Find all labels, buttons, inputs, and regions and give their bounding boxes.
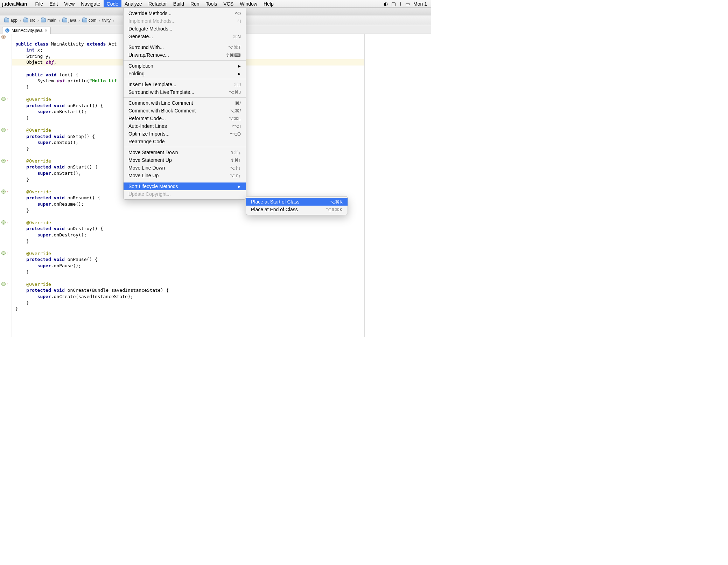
shortcut-label: ⌥⌘K (330, 199, 343, 205)
submenu-arrow-icon: ▶ (238, 64, 241, 68)
clock: Mon 1 (413, 1, 427, 7)
menu-item-reformat-code[interactable]: Reformat Code...⌥⌘L (124, 115, 246, 122)
java-class-icon: C (5, 28, 9, 33)
gutter-marker-icon: I (1, 35, 6, 39)
menu-item-surround-with[interactable]: Surround With...⌥⌘T (124, 43, 246, 51)
code-menu-dropdown: Override Methods...^OImplement Methods..… (123, 8, 246, 200)
shortcut-label: ⌥⇧↓ (230, 165, 241, 171)
menu-item-comment-with-block-comment[interactable]: Comment with Block Comment⌥⌘/ (124, 107, 246, 115)
breadcrumb-src[interactable]: src (22, 15, 37, 25)
shortcut-label: ⇧⌘↓ (230, 150, 241, 155)
shortcut-label: ^I (237, 19, 241, 24)
breadcrumb-app[interactable]: app (3, 15, 19, 25)
menu-view[interactable]: View (61, 0, 78, 7)
menu-help[interactable]: Help (260, 0, 277, 7)
menu-navigate[interactable]: Navigate (78, 0, 103, 7)
chevron-icon: › (58, 18, 61, 23)
move-up-icon: ↑ (6, 220, 8, 225)
chevron-icon: › (98, 18, 101, 23)
folder-icon (41, 18, 46, 22)
move-up-icon: ↑ (6, 128, 8, 132)
menu-item-unwrap-remove[interactable]: Unwrap/Remove...⇧⌘⌨ (124, 51, 246, 59)
breadcrumb-java[interactable]: java (61, 15, 78, 25)
chevron-icon: › (19, 18, 22, 23)
override-marker-icon[interactable]: o (1, 128, 6, 132)
menu-vcs[interactable]: VCS (220, 0, 237, 7)
chevron-icon: › (78, 18, 81, 23)
move-up-icon: ↑ (6, 97, 8, 101)
menu-item-auto-indent-lines[interactable]: Auto-Indent Lines^⌥I (124, 122, 246, 130)
menu-item-sort-lifecycle-methods[interactable]: Sort Lifecycle Methods▶ (124, 182, 246, 190)
shortcut-label: ⌘N (233, 34, 241, 39)
override-marker-icon[interactable]: o (1, 282, 6, 286)
shortcut-label: ⌥⌘T (228, 45, 241, 50)
menu-edit[interactable]: Edit (46, 0, 61, 7)
breadcrumb-com[interactable]: com (81, 15, 98, 25)
override-marker-icon[interactable]: o (1, 97, 6, 101)
tab-label: MainActivity.java (12, 28, 42, 33)
menu-item-surround-with-live-template[interactable]: Surround with Live Template...⌥⌘J (124, 88, 246, 96)
menu-separator (124, 97, 246, 98)
menu-refactor[interactable]: Refactor (145, 0, 170, 7)
menu-item-move-line-down[interactable]: Move Line Down⌥⇧↓ (124, 164, 246, 172)
menu-separator (124, 79, 246, 79)
menu-analyze[interactable]: Analyze (121, 0, 145, 7)
folder-icon (4, 18, 9, 22)
wifi-icon: ⌇ (399, 1, 402, 7)
menu-item-update-copyright: Update Copyright... (124, 190, 246, 198)
gutter: I o ↑ o ↑ o ↑ o ↑ o ↑ o ↑ o ↑ (0, 34, 12, 337)
close-icon[interactable]: ✕ (44, 28, 48, 33)
app-name: j.idea.Main (2, 1, 27, 7)
submenu-arrow-icon: ▶ (238, 72, 241, 76)
override-marker-icon[interactable]: o (1, 159, 6, 163)
menu-item-comment-with-line-comment[interactable]: Comment with Line Comment⌘/ (124, 99, 246, 107)
shortcut-label: ⌥⇧↑ (230, 173, 241, 178)
shortcut-label: ⌥⌘J (229, 90, 241, 95)
shortcut-label: ^⌥O (230, 131, 241, 137)
shortcut-label: ⌘/ (235, 101, 241, 106)
menu-item-folding[interactable]: Folding▶ (124, 70, 246, 77)
shortcut-label: ⌘J (234, 82, 241, 87)
shortcut-label: ^⌥I (232, 124, 241, 129)
menu-item-rearrange-code[interactable]: Rearrange Code (124, 138, 246, 145)
menu-file[interactable]: File (32, 0, 47, 7)
menu-build[interactable]: Build (170, 0, 187, 7)
move-up-icon: ↑ (6, 251, 8, 255)
status-tray: ◐ ▢ ⌇ ▭ Mon 1 (384, 1, 429, 7)
menu-tools[interactable]: Tools (203, 0, 220, 7)
airplay-icon: ▢ (391, 1, 396, 7)
folder-icon (23, 18, 28, 22)
move-up-icon: ↑ (6, 190, 8, 194)
menu-code[interactable]: Code (104, 0, 121, 7)
folder-icon (62, 18, 67, 22)
shortcut-label: ^O (235, 11, 241, 16)
menu-separator (124, 181, 246, 181)
submenu-item-place-at-start-of-class[interactable]: Place at Start of Class⌥⌘K (246, 198, 348, 206)
chevron-icon: › (37, 18, 40, 23)
editor-tab[interactable]: C MainActivity.java ✕ (2, 27, 51, 34)
menu-window[interactable]: Window (237, 0, 260, 7)
menu-item-override-methods[interactable]: Override Methods...^O (124, 9, 246, 17)
override-marker-icon[interactable]: o (1, 220, 6, 225)
menu-run[interactable]: Run (187, 0, 203, 7)
menu-item-generate[interactable]: Generate...⌘N (124, 33, 246, 40)
override-marker-icon[interactable]: o (1, 190, 6, 194)
menu-item-delegate-methods[interactable]: Delegate Methods... (124, 25, 246, 33)
menu-item-completion[interactable]: Completion▶ (124, 62, 246, 70)
battery-icon: ▭ (405, 1, 410, 7)
menu-item-insert-live-template[interactable]: Insert Live Template...⌘J (124, 81, 246, 88)
menu-item-move-statement-up[interactable]: Move Statement Up⇧⌘↑ (124, 156, 246, 164)
submenu-item-place-at-end-of-class[interactable]: Place at End of Class⌥⇧⌘K (246, 206, 348, 213)
menu-separator (124, 147, 246, 147)
breadcrumb-tail[interactable]: tivity (101, 15, 112, 25)
menu-separator (124, 42, 246, 42)
menu-item-move-line-up[interactable]: Move Line Up⌥⇧↑ (124, 172, 246, 179)
menu-item-implement-methods: Implement Methods...^I (124, 17, 246, 25)
shortcut-label: ⌥⌘/ (230, 108, 241, 113)
menu-item-optimize-imports[interactable]: Optimize Imports...^⌥O (124, 130, 246, 138)
shortcut-label: ⌥⇧⌘K (326, 207, 343, 212)
breadcrumb-main[interactable]: main (40, 15, 58, 25)
override-marker-icon[interactable]: o (1, 251, 6, 255)
menu-item-move-statement-down[interactable]: Move Statement Down⇧⌘↓ (124, 149, 246, 156)
shortcut-label: ⇧⌘⌨ (226, 53, 241, 58)
